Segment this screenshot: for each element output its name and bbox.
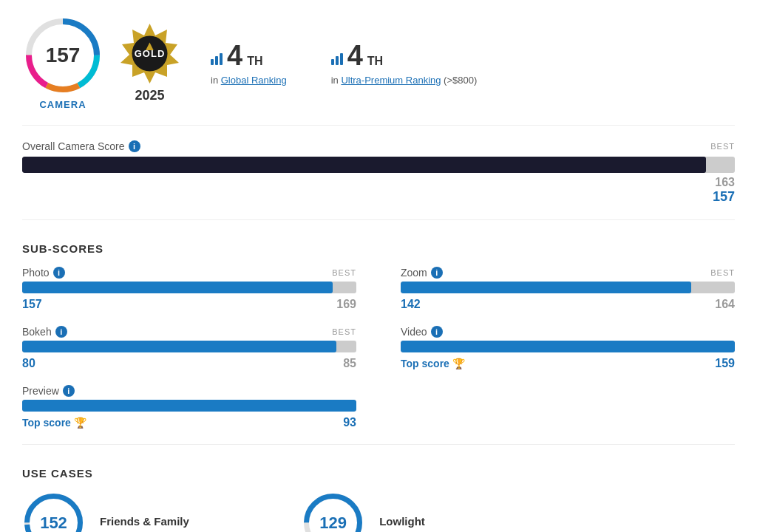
sub-score-best-label-zoom: BEST bbox=[710, 268, 735, 277]
use-case-info-friends-&-family: Friends & Family Portrait and group phot… bbox=[100, 515, 257, 532]
sub-bar-fill-photo bbox=[22, 282, 333, 293]
sub-bar-fill-video bbox=[401, 341, 735, 352]
bokeh-info-icon[interactable]: i bbox=[55, 326, 67, 338]
overall-bar-values: 163 157 bbox=[22, 176, 735, 205]
rank-global-number: 4 bbox=[227, 40, 242, 72]
sub-score-header-video: Video i bbox=[401, 326, 735, 338]
sub-score-name-preview: Preview i bbox=[22, 385, 75, 397]
use-case-lowlight: 129 BEST 138 Lowlight Photos and videos … bbox=[302, 491, 549, 532]
use-case-name-lowlight: Lowlight bbox=[379, 515, 549, 528]
rank-global: 4 TH in Global Ranking bbox=[211, 40, 287, 86]
zoom-info-icon[interactable]: i bbox=[431, 267, 443, 279]
sub-score-value-preview: 93 bbox=[343, 416, 356, 429]
sub-score-value-photo: 157 bbox=[22, 298, 42, 311]
global-ranking-link[interactable]: Global Ranking bbox=[221, 75, 287, 86]
sub-score-best-label-photo: BEST bbox=[332, 268, 356, 277]
use-case-name-friends-&-family: Friends & Family bbox=[100, 515, 257, 528]
sub-scores-section: SUB-SCORES Photo i BEST 157 169 Zoom bbox=[22, 242, 735, 429]
sub-bar-bg-video bbox=[401, 341, 735, 352]
sub-score-bokeh: Bokeh i BEST 80 85 bbox=[22, 326, 356, 370]
camera-score-number: 157 bbox=[46, 44, 81, 67]
use-case-info-lowlight: Lowlight Photos and videos in lowlight c… bbox=[379, 515, 549, 532]
sub-bar-fill-zoom bbox=[401, 282, 691, 293]
preview-info-icon[interactable]: i bbox=[63, 385, 75, 397]
sub-score-value-video: 159 bbox=[715, 357, 735, 370]
rank-ultra-suffix: TH bbox=[367, 55, 383, 68]
use-case-donut-wrap-friends-&-family: 152 BEST 154 bbox=[22, 491, 85, 532]
sub-score-best-label-bokeh: BEST bbox=[332, 327, 356, 336]
sub-score-name-photo: Photo i bbox=[22, 267, 65, 279]
rank-ultra-top: 4 TH bbox=[331, 40, 478, 72]
sub-score-name-bokeh: Bokeh i bbox=[22, 326, 67, 338]
bars-icon-ultra bbox=[331, 53, 343, 65]
sub-score-row-photo: 157 169 bbox=[22, 298, 356, 311]
use-case-friends-&-family: 152 BEST 154 Friends & Family Portrait a… bbox=[22, 491, 257, 532]
gold-badge: ▲ GOLD bbox=[118, 22, 181, 85]
gold-badge-block: ▲ GOLD 2025 bbox=[118, 22, 181, 103]
use-cases-grid: 152 BEST 154 Friends & Family Portrait a… bbox=[22, 491, 735, 532]
sub-score-header-zoom: Zoom i BEST bbox=[401, 267, 735, 279]
use-cases-section: USE CASES 152 BEST 154 Friends & Family … bbox=[22, 467, 735, 532]
sub-score-row-bokeh: 80 85 bbox=[22, 357, 356, 370]
sub-score-zoom: Zoom i BEST 142 164 bbox=[401, 267, 735, 311]
sub-score-preview: Preview i Top score 🏆 93 bbox=[22, 385, 356, 429]
overall-info-icon[interactable]: i bbox=[129, 140, 140, 152]
sub-score-name-video: Video i bbox=[401, 326, 443, 338]
sub-score-row-video: Top score 🏆 159 bbox=[401, 357, 735, 370]
rank-ultra-number: 4 bbox=[347, 40, 363, 72]
overall-bar-container bbox=[22, 157, 735, 173]
sub-score-name-zoom: Zoom i bbox=[401, 267, 443, 279]
gold-year: 2025 bbox=[135, 88, 164, 103]
sub-bar-bg-bokeh bbox=[22, 341, 356, 352]
rank-global-top: 4 TH bbox=[211, 40, 287, 72]
camera-label: CAMERA bbox=[22, 99, 103, 110]
bars-icon-global bbox=[211, 53, 223, 65]
rankings-block: 4 TH in Global Ranking 4 TH in Ultr bbox=[196, 40, 735, 86]
video-info-icon[interactable]: i bbox=[431, 326, 443, 338]
rank-ultra-premium: 4 TH in Ultra-Premium Ranking (>$800) bbox=[331, 40, 478, 86]
sub-score-value-bokeh: 80 bbox=[22, 357, 35, 370]
sub-score-best-val-bokeh: 85 bbox=[343, 357, 356, 370]
section-divider bbox=[22, 219, 735, 220]
sub-score-video: Video i Top score 🏆 159 bbox=[401, 326, 735, 370]
sub-score-header-bokeh: Bokeh i BEST bbox=[22, 326, 356, 338]
header-section: 157 CAMERA ▲ GOLD 2025 bbox=[22, 15, 735, 126]
photo-info-icon[interactable]: i bbox=[53, 267, 65, 279]
use-cases-title: USE CASES bbox=[22, 467, 735, 480]
sub-bar-bg-photo bbox=[22, 282, 356, 293]
sub-score-header-photo: Photo i BEST bbox=[22, 267, 356, 279]
sub-score-header-preview: Preview i bbox=[22, 385, 356, 397]
overall-score-section: Overall Camera Score i BEST 163 157 bbox=[22, 140, 735, 205]
sub-bar-bg-preview bbox=[22, 400, 356, 412]
overall-best-label: BEST bbox=[710, 142, 735, 151]
overall-score-value: 157 bbox=[713, 189, 735, 205]
use-cases-divider bbox=[22, 444, 735, 445]
sub-bar-fill-bokeh bbox=[22, 341, 336, 352]
sub-score-value-zoom: 142 bbox=[401, 298, 421, 311]
sub-bar-bg-zoom bbox=[401, 282, 735, 293]
sub-score-best-val-zoom: 164 bbox=[715, 298, 735, 311]
donut-value-friends-&-family: 152 bbox=[40, 514, 67, 533]
top-score-badge-preview: Top score 🏆 bbox=[22, 417, 86, 429]
sub-score-row-zoom: 142 164 bbox=[401, 298, 735, 311]
sub-bar-fill-preview bbox=[22, 400, 356, 412]
top-score-badge-video: Top score 🏆 bbox=[401, 358, 465, 369]
donut-value-lowlight: 129 bbox=[319, 514, 347, 533]
rank-ultra-note: (>$800) bbox=[444, 75, 477, 86]
sub-score-photo: Photo i BEST 157 169 bbox=[22, 267, 356, 311]
sub-score-best-val-photo: 169 bbox=[336, 298, 356, 311]
sub-scores-grid: Photo i BEST 157 169 Zoom i BEST bbox=[22, 267, 735, 429]
overall-bar-fill bbox=[22, 157, 706, 173]
ultra-premium-ranking-link[interactable]: Ultra-Premium Ranking bbox=[341, 75, 441, 86]
overall-score-label: Overall Camera Score i bbox=[22, 140, 140, 152]
overall-score-header: Overall Camera Score i BEST bbox=[22, 140, 735, 152]
camera-score-circle: 157 bbox=[22, 15, 103, 96]
rank-global-label: in Global Ranking bbox=[211, 75, 287, 86]
overall-best-value: 163 bbox=[715, 176, 735, 189]
camera-score-block: 157 CAMERA bbox=[22, 15, 103, 110]
rank-global-suffix: TH bbox=[247, 55, 262, 68]
use-case-donut-wrap-lowlight: 129 BEST 138 bbox=[302, 491, 364, 532]
sub-score-row-preview: Top score 🏆 93 bbox=[22, 416, 356, 429]
gold-badge-text: GOLD bbox=[135, 48, 166, 59]
overall-bar-wrap: 163 157 bbox=[22, 157, 735, 205]
